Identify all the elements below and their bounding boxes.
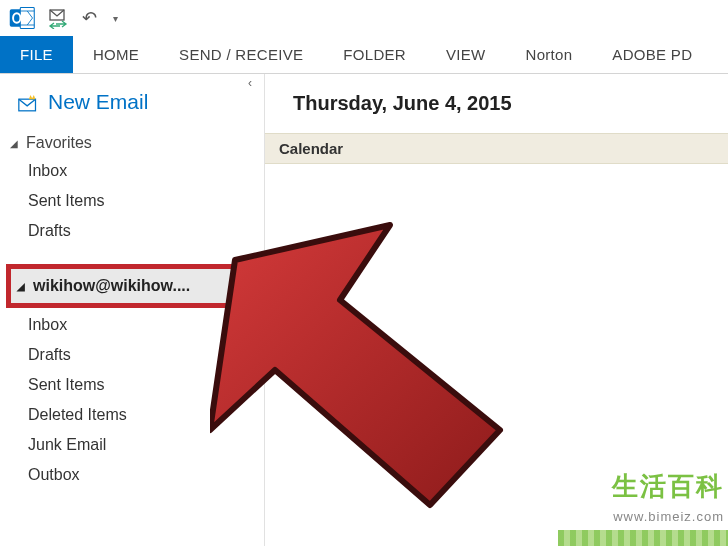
tab-send-receive[interactable]: SEND / RECEIVE [159, 36, 323, 73]
new-email-button[interactable]: New Email [0, 84, 264, 130]
collapse-pane-icon[interactable]: ‹ [248, 76, 252, 90]
tab-adobe-pdf[interactable]: ADOBE PD [592, 36, 712, 73]
qat-customize-icon[interactable]: ▾ [113, 13, 118, 24]
navigation-pane: ‹ New Email ◢ Favorites Inbox Sent Items… [0, 74, 265, 546]
account-section: ◢ wikihow@wikihow.... Inbox Drafts Sent … [0, 264, 264, 490]
outlook-logo-icon [8, 4, 36, 32]
date-header: Thursday, June 4, 2015 [265, 92, 728, 133]
new-email-label: New Email [48, 90, 148, 114]
folder-drafts-fav[interactable]: Drafts [0, 216, 264, 246]
highlight-box: ◢ wikihow@wikihow.... [6, 264, 258, 308]
watermark-text: 生活百科 [612, 469, 724, 504]
send-receive-qat-icon[interactable] [48, 7, 70, 29]
tab-file[interactable]: FILE [0, 36, 73, 73]
tab-view[interactable]: VIEW [426, 36, 506, 73]
folder-inbox-fav[interactable]: Inbox [0, 156, 264, 186]
ribbon-tabs: FILE HOME SEND / RECEIVE FOLDER VIEW Nor… [0, 36, 728, 74]
folder-inbox[interactable]: Inbox [0, 310, 264, 340]
tab-home[interactable]: HOME [73, 36, 159, 73]
folder-sent-fav[interactable]: Sent Items [0, 186, 264, 216]
expand-icon: ◢ [10, 138, 22, 149]
account-header[interactable]: ◢ wikihow@wikihow.... [11, 269, 253, 303]
folder-sent[interactable]: Sent Items [0, 370, 264, 400]
expand-icon: ◢ [17, 281, 29, 292]
watermark-bar [558, 530, 728, 546]
account-label: wikihow@wikihow.... [33, 277, 190, 295]
folder-outbox[interactable]: Outbox [0, 460, 264, 490]
folder-junk[interactable]: Junk Email [0, 430, 264, 460]
undo-icon[interactable]: ↶ [82, 7, 97, 29]
favorites-header[interactable]: ◢ Favorites [0, 130, 264, 156]
favorites-label: Favorites [26, 134, 92, 152]
folder-deleted[interactable]: Deleted Items [0, 400, 264, 430]
watermark-url: www.bimeiz.com [613, 509, 724, 524]
title-bar: ↶ ▾ [0, 0, 728, 36]
calendar-section-header[interactable]: Calendar [265, 133, 728, 164]
tab-norton[interactable]: Norton [506, 36, 593, 73]
folder-drafts[interactable]: Drafts [0, 340, 264, 370]
new-email-icon [18, 93, 38, 111]
tab-folder[interactable]: FOLDER [323, 36, 426, 73]
